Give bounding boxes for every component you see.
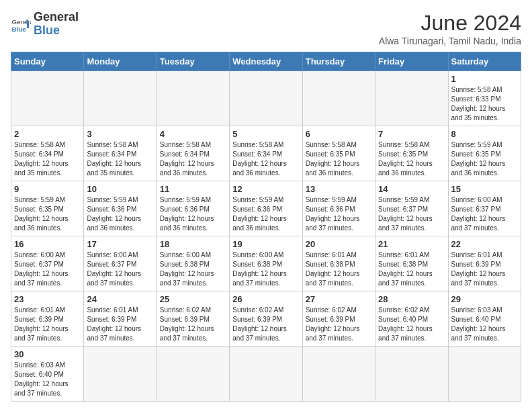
- calendar-cell: [84, 347, 157, 402]
- day-number: 11: [160, 184, 226, 194]
- weekday-header-friday: Friday: [375, 52, 448, 71]
- calendar-cell: 30Sunrise: 6:03 AM Sunset: 6:40 PM Dayli…: [11, 347, 84, 402]
- calendar-cell: 17Sunrise: 6:00 AM Sunset: 6:37 PM Dayli…: [84, 236, 157, 291]
- day-info: Sunrise: 6:02 AM Sunset: 6:39 PM Dayligh…: [306, 306, 372, 343]
- weekday-header-row: SundayMondayTuesdayWednesdayThursdayFrid…: [11, 52, 521, 71]
- calendar-cell: 13Sunrise: 5:59 AM Sunset: 6:36 PM Dayli…: [302, 181, 375, 236]
- calendar-cell: 20Sunrise: 6:01 AM Sunset: 6:38 PM Dayli…: [302, 236, 375, 291]
- calendar-cell: 18Sunrise: 6:00 AM Sunset: 6:38 PM Dayli…: [157, 236, 229, 291]
- calendar-cell: [11, 71, 84, 126]
- calendar-cell: [157, 347, 229, 402]
- week-row-3: 9Sunrise: 5:59 AM Sunset: 6:35 PM Daylig…: [11, 181, 521, 236]
- week-row-1: 1Sunrise: 5:58 AM Sunset: 6:33 PM Daylig…: [11, 71, 521, 126]
- day-number: 10: [87, 184, 153, 194]
- calendar-cell: 14Sunrise: 5:59 AM Sunset: 6:37 PM Dayli…: [375, 181, 448, 236]
- day-info: Sunrise: 6:00 AM Sunset: 6:37 PM Dayligh…: [451, 195, 518, 233]
- logo-icon: General Blue: [11, 14, 31, 34]
- day-number: 26: [232, 294, 299, 304]
- calendar-cell: 24Sunrise: 6:01 AM Sunset: 6:39 PM Dayli…: [84, 291, 157, 347]
- calendar-cell: [84, 71, 157, 126]
- calendar-cell: 6Sunrise: 5:58 AM Sunset: 6:35 PM Daylig…: [302, 126, 375, 181]
- calendar-table: SundayMondayTuesdayWednesdayThursdayFrid…: [11, 52, 521, 402]
- day-number: 28: [378, 294, 445, 304]
- day-info: Sunrise: 6:03 AM Sunset: 6:40 PM Dayligh…: [14, 361, 81, 398]
- day-number: 14: [378, 184, 445, 194]
- calendar-cell: 2Sunrise: 5:58 AM Sunset: 6:34 PM Daylig…: [11, 126, 84, 181]
- calendar-cell: 5Sunrise: 5:58 AM Sunset: 6:34 PM Daylig…: [230, 126, 302, 181]
- day-info: Sunrise: 6:01 AM Sunset: 6:38 PM Dayligh…: [306, 250, 372, 288]
- calendar-cell: [375, 347, 448, 402]
- calendar-cell: 11Sunrise: 5:59 AM Sunset: 6:36 PM Dayli…: [157, 181, 229, 236]
- day-info: Sunrise: 5:59 AM Sunset: 6:36 PM Dayligh…: [232, 195, 299, 233]
- calendar-cell: [302, 347, 375, 402]
- calendar-cell: [230, 347, 302, 402]
- day-number: 17: [87, 239, 153, 249]
- day-number: 6: [306, 129, 372, 139]
- day-number: 27: [306, 294, 372, 304]
- day-number: 16: [14, 239, 81, 249]
- calendar-cell: 29Sunrise: 6:03 AM Sunset: 6:40 PM Dayli…: [448, 291, 521, 347]
- day-info: Sunrise: 5:58 AM Sunset: 6:35 PM Dayligh…: [306, 140, 372, 178]
- day-info: Sunrise: 5:58 AM Sunset: 6:35 PM Dayligh…: [378, 140, 445, 178]
- day-info: Sunrise: 5:59 AM Sunset: 6:35 PM Dayligh…: [451, 140, 518, 178]
- day-info: Sunrise: 5:59 AM Sunset: 6:36 PM Dayligh…: [306, 195, 372, 233]
- calendar-cell: 28Sunrise: 6:02 AM Sunset: 6:40 PM Dayli…: [375, 291, 448, 347]
- calendar-cell: 16Sunrise: 6:00 AM Sunset: 6:37 PM Dayli…: [11, 236, 84, 291]
- day-info: Sunrise: 6:00 AM Sunset: 6:38 PM Dayligh…: [160, 250, 226, 288]
- week-row-2: 2Sunrise: 5:58 AM Sunset: 6:34 PM Daylig…: [11, 126, 521, 181]
- day-info: Sunrise: 5:58 AM Sunset: 6:33 PM Dayligh…: [451, 85, 518, 123]
- day-number: 12: [232, 184, 299, 194]
- calendar-subtitle: Alwa Tirunagari, Tamil Nadu, India: [379, 36, 521, 46]
- calendar-cell: 19Sunrise: 6:00 AM Sunset: 6:38 PM Dayli…: [230, 236, 302, 291]
- calendar-cell: 7Sunrise: 5:58 AM Sunset: 6:35 PM Daylig…: [375, 126, 448, 181]
- day-info: Sunrise: 5:59 AM Sunset: 6:36 PM Dayligh…: [160, 195, 226, 233]
- logo-text: General Blue: [34, 11, 79, 38]
- day-number: 7: [378, 129, 445, 139]
- day-info: Sunrise: 5:58 AM Sunset: 6:34 PM Dayligh…: [232, 140, 299, 178]
- day-number: 19: [232, 239, 299, 249]
- day-info: Sunrise: 6:02 AM Sunset: 6:40 PM Dayligh…: [378, 306, 445, 343]
- day-number: 30: [14, 349, 81, 359]
- day-number: 18: [160, 239, 226, 249]
- day-number: 29: [451, 294, 518, 304]
- day-info: Sunrise: 6:02 AM Sunset: 6:39 PM Dayligh…: [232, 306, 299, 343]
- day-number: 23: [14, 294, 81, 304]
- day-number: 15: [451, 184, 518, 194]
- weekday-header-thursday: Thursday: [302, 52, 375, 71]
- day-number: 24: [87, 294, 153, 304]
- day-number: 4: [160, 129, 226, 139]
- svg-text:Blue: Blue: [12, 25, 27, 32]
- calendar-cell: [448, 347, 521, 402]
- day-info: Sunrise: 5:59 AM Sunset: 6:35 PM Dayligh…: [14, 195, 81, 233]
- day-number: 3: [87, 129, 153, 139]
- calendar-cell: 25Sunrise: 6:02 AM Sunset: 6:39 PM Dayli…: [157, 291, 229, 347]
- weekday-header-sunday: Sunday: [11, 52, 84, 71]
- day-info: Sunrise: 6:00 AM Sunset: 6:37 PM Dayligh…: [87, 250, 153, 288]
- day-info: Sunrise: 5:58 AM Sunset: 6:34 PM Dayligh…: [87, 140, 153, 178]
- header: General Blue General Blue June 2024 Alwa…: [11, 11, 521, 46]
- calendar-cell: 15Sunrise: 6:00 AM Sunset: 6:37 PM Dayli…: [448, 181, 521, 236]
- calendar-cell: [230, 71, 302, 126]
- calendar-cell: 27Sunrise: 6:02 AM Sunset: 6:39 PM Dayli…: [302, 291, 375, 347]
- calendar-title: June 2024: [379, 11, 521, 36]
- day-info: Sunrise: 5:58 AM Sunset: 6:34 PM Dayligh…: [14, 140, 81, 178]
- day-number: 25: [160, 294, 226, 304]
- day-number: 22: [451, 239, 518, 249]
- calendar-cell: 8Sunrise: 5:59 AM Sunset: 6:35 PM Daylig…: [448, 126, 521, 181]
- day-number: 5: [232, 129, 299, 139]
- calendar-cell: 4Sunrise: 5:58 AM Sunset: 6:34 PM Daylig…: [157, 126, 229, 181]
- week-row-4: 16Sunrise: 6:00 AM Sunset: 6:37 PM Dayli…: [11, 236, 521, 291]
- day-info: Sunrise: 5:59 AM Sunset: 6:37 PM Dayligh…: [378, 195, 445, 233]
- weekday-header-tuesday: Tuesday: [157, 52, 229, 71]
- calendar-cell: 3Sunrise: 5:58 AM Sunset: 6:34 PM Daylig…: [84, 126, 157, 181]
- day-info: Sunrise: 5:58 AM Sunset: 6:34 PM Dayligh…: [160, 140, 226, 178]
- calendar-cell: 12Sunrise: 5:59 AM Sunset: 6:36 PM Dayli…: [230, 181, 302, 236]
- calendar-cell: 9Sunrise: 5:59 AM Sunset: 6:35 PM Daylig…: [11, 181, 84, 236]
- calendar-cell: 21Sunrise: 6:01 AM Sunset: 6:38 PM Dayli…: [375, 236, 448, 291]
- calendar-cell: [302, 71, 375, 126]
- day-info: Sunrise: 6:01 AM Sunset: 6:39 PM Dayligh…: [87, 306, 153, 343]
- calendar-cell: 23Sunrise: 6:01 AM Sunset: 6:39 PM Dayli…: [11, 291, 84, 347]
- weekday-header-monday: Monday: [84, 52, 157, 71]
- day-info: Sunrise: 6:01 AM Sunset: 6:39 PM Dayligh…: [451, 250, 518, 288]
- day-info: Sunrise: 6:02 AM Sunset: 6:39 PM Dayligh…: [160, 306, 226, 343]
